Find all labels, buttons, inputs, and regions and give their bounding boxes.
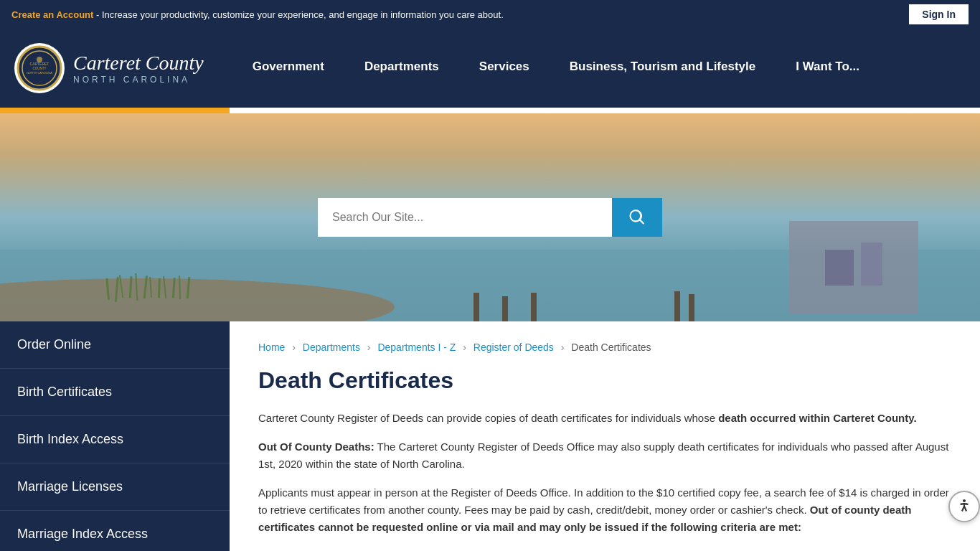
svg-point-5 <box>37 57 42 62</box>
accent-bar <box>0 108 230 113</box>
sidebar: Order Online Birth Certificates Birth In… <box>0 321 230 551</box>
svg-point-28 <box>963 499 966 502</box>
logo-text: Carteret County North Carolina <box>73 52 204 85</box>
content-paragraph-2: Out Of County Deaths: The Carteret Count… <box>258 438 951 473</box>
nav-item-services[interactable]: Services <box>459 29 550 108</box>
main-nav: Government Departments Services Business… <box>232 29 966 108</box>
top-bar-text: - Increase your productivity, customize … <box>93 9 503 20</box>
svg-rect-25 <box>531 293 537 321</box>
breadcrumb-home[interactable]: Home <box>258 342 285 353</box>
content-paragraph-1: Carteret County Register of Deeds can pr… <box>258 410 951 427</box>
sidebar-item-marriage-index-access[interactable]: Marriage Index Access <box>0 511 230 551</box>
content-paragraph-3: Applicants must appear in person at the … <box>258 484 951 536</box>
main-layout: Order Online Birth Certificates Birth In… <box>0 321 980 551</box>
svg-rect-24 <box>502 296 508 321</box>
svg-text:COUNTY: COUNTY <box>33 67 47 70</box>
county-name: Carteret County <box>73 52 204 75</box>
svg-text:NORTH CAROLINA: NORTH CAROLINA <box>27 71 52 75</box>
svg-rect-23 <box>473 293 479 321</box>
svg-rect-22 <box>861 242 882 286</box>
hero-section <box>0 113 980 321</box>
search-icon <box>628 208 646 227</box>
nav-item-i-want-to[interactable]: I Want To... <box>776 29 880 108</box>
top-bar: Create an Account - Increase your produc… <box>0 0 980 29</box>
nav-item-departments[interactable]: Departments <box>344 29 459 108</box>
svg-rect-26 <box>674 291 680 321</box>
breadcrumb-register-of-deeds[interactable]: Register of Deeds <box>473 342 554 353</box>
accessibility-button[interactable] <box>948 491 980 522</box>
search-bar <box>318 198 662 237</box>
sign-in-button[interactable]: Sign In <box>909 4 969 24</box>
page-title: Death Certificates <box>258 367 951 394</box>
nav-item-government[interactable]: Government <box>232 29 344 108</box>
top-bar-message: Create an Account - Increase your produc… <box>11 9 504 20</box>
paragraph1-normal: Carteret County Register of Deeds can pr… <box>258 412 718 424</box>
breadcrumb-sep-2: › <box>367 342 371 353</box>
svg-rect-27 <box>689 294 694 321</box>
breadcrumb-sep-3: › <box>463 342 466 353</box>
state-name: North Carolina <box>73 75 204 85</box>
sidebar-item-birth-certificates[interactable]: Birth Certificates <box>0 369 230 416</box>
accessibility-icon <box>956 498 973 515</box>
breadcrumb-sep-1: › <box>292 342 296 353</box>
sidebar-item-marriage-licenses[interactable]: Marriage Licenses <box>0 463 230 511</box>
main-content: Home › Departments › Departments I - Z ›… <box>230 321 980 551</box>
svg-rect-21 <box>825 250 854 286</box>
seal-icon: CARTERET COUNTY NORTH CAROLINA <box>17 45 62 91</box>
breadcrumb-departments-i-z[interactable]: Departments I - Z <box>377 342 456 353</box>
breadcrumb: Home › Departments › Departments I - Z ›… <box>258 342 951 353</box>
logo[interactable]: CARTERET COUNTY NORTH CAROLINA Carteret … <box>14 43 204 93</box>
breadcrumb-sep-4: › <box>561 342 565 353</box>
search-button[interactable] <box>612 198 662 237</box>
nav-item-business[interactable]: Business, Tourism and Lifestyle <box>550 29 776 108</box>
create-account-link[interactable]: Create an Account <box>11 9 93 20</box>
header: CARTERET COUNTY NORTH CAROLINA Carteret … <box>0 29 980 108</box>
paragraph1-bold: death occurred within Carteret County. <box>718 412 916 424</box>
breadcrumb-departments[interactable]: Departments <box>303 342 360 353</box>
paragraph2-label: Out Of County Deaths: <box>258 441 374 453</box>
sidebar-item-order-online[interactable]: Order Online <box>0 321 230 369</box>
search-input[interactable] <box>318 198 612 237</box>
logo-seal: CARTERET COUNTY NORTH CAROLINA <box>14 43 65 93</box>
breadcrumb-current: Death Certificates <box>571 342 651 353</box>
sidebar-item-birth-index-access[interactable]: Birth Index Access <box>0 416 230 463</box>
